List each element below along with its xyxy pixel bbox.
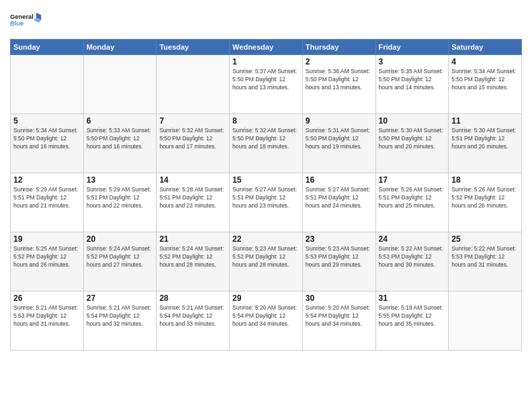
day-info: Sunrise: 5:37 AM Sunset: 5:50 PM Dayligh… — [232, 68, 300, 92]
day-info: Sunrise: 5:25 AM Sunset: 5:52 PM Dayligh… — [13, 245, 81, 269]
day-cell — [83, 55, 157, 114]
week-row-4: 19Sunrise: 5:25 AM Sunset: 5:52 PM Dayli… — [11, 232, 522, 291]
day-cell: 29Sunrise: 5:20 AM Sunset: 5:54 PM Dayli… — [230, 291, 303, 351]
day-info: Sunrise: 5:34 AM Sunset: 5:50 PM Dayligh… — [13, 127, 81, 151]
day-cell: 25Sunrise: 5:22 AM Sunset: 5:53 PM Dayli… — [449, 232, 522, 291]
day-info: Sunrise: 5:27 AM Sunset: 5:51 PM Dayligh… — [232, 186, 300, 210]
day-cell: 14Sunrise: 5:28 AM Sunset: 5:51 PM Dayli… — [157, 173, 230, 232]
week-row-2: 5Sunrise: 5:34 AM Sunset: 5:50 PM Daylig… — [11, 114, 522, 173]
day-info: Sunrise: 5:31 AM Sunset: 5:50 PM Dayligh… — [306, 127, 373, 151]
day-info: Sunrise: 5:34 AM Sunset: 5:50 PM Dayligh… — [451, 68, 519, 92]
day-number: 13 — [87, 175, 154, 185]
day-info: Sunrise: 5:30 AM Sunset: 5:51 PM Dayligh… — [451, 127, 519, 151]
day-cell: 12Sunrise: 5:29 AM Sunset: 5:51 PM Dayli… — [11, 173, 84, 232]
day-number: 9 — [306, 116, 373, 126]
day-cell — [11, 55, 84, 114]
day-info: Sunrise: 5:24 AM Sunset: 5:52 PM Dayligh… — [87, 245, 154, 269]
day-number: 2 — [306, 57, 373, 66]
header: General Blue — [10, 7, 522, 34]
weekday-wednesday: Wednesday — [230, 40, 303, 55]
day-cell: 24Sunrise: 5:22 AM Sunset: 5:53 PM Dayli… — [375, 232, 449, 291]
calendar-page: General Blue SundayMondayTuesdayWednesda… — [0, 0, 532, 411]
day-info: Sunrise: 5:23 AM Sunset: 5:53 PM Dayligh… — [306, 245, 373, 269]
day-number: 14 — [159, 175, 226, 185]
day-number: 5 — [13, 116, 81, 126]
day-info: Sunrise: 5:26 AM Sunset: 5:51 PM Dayligh… — [379, 186, 446, 210]
day-info: Sunrise: 5:29 AM Sunset: 5:51 PM Dayligh… — [13, 186, 81, 210]
day-number: 6 — [87, 116, 154, 126]
day-info: Sunrise: 5:26 AM Sunset: 5:52 PM Dayligh… — [451, 186, 519, 210]
weekday-sunday: Sunday — [11, 40, 84, 55]
day-cell: 30Sunrise: 5:20 AM Sunset: 5:54 PM Dayli… — [302, 291, 375, 351]
day-info: Sunrise: 5:21 AM Sunset: 5:54 PM Dayligh… — [159, 304, 226, 328]
day-info: Sunrise: 5:35 AM Sunset: 5:50 PM Dayligh… — [379, 68, 446, 92]
day-number: 26 — [13, 293, 81, 303]
day-cell: 17Sunrise: 5:26 AM Sunset: 5:51 PM Dayli… — [375, 173, 449, 232]
day-cell — [157, 55, 230, 114]
weekday-header-row: SundayMondayTuesdayWednesdayThursdayFrid… — [11, 40, 522, 55]
day-number: 4 — [451, 57, 519, 66]
day-cell: 1Sunrise: 5:37 AM Sunset: 5:50 PM Daylig… — [230, 55, 303, 114]
day-cell: 13Sunrise: 5:29 AM Sunset: 5:51 PM Dayli… — [83, 173, 157, 232]
day-cell: 2Sunrise: 5:36 AM Sunset: 5:50 PM Daylig… — [302, 55, 375, 114]
weekday-saturday: Saturday — [449, 40, 522, 55]
day-number: 28 — [159, 293, 226, 303]
svg-text:General: General — [10, 13, 34, 20]
day-cell: 27Sunrise: 5:21 AM Sunset: 5:54 PM Dayli… — [83, 291, 157, 351]
day-cell: 3Sunrise: 5:35 AM Sunset: 5:50 PM Daylig… — [375, 55, 449, 114]
day-number: 31 — [379, 293, 446, 303]
day-number: 29 — [232, 293, 300, 303]
day-number: 11 — [451, 116, 519, 126]
day-cell: 15Sunrise: 5:27 AM Sunset: 5:51 PM Dayli… — [230, 173, 303, 232]
day-number: 16 — [306, 175, 373, 185]
weekday-tuesday: Tuesday — [157, 40, 230, 55]
day-number: 20 — [87, 234, 154, 244]
day-info: Sunrise: 5:28 AM Sunset: 5:51 PM Dayligh… — [159, 186, 226, 210]
day-number: 21 — [159, 234, 226, 244]
day-cell: 7Sunrise: 5:32 AM Sunset: 5:50 PM Daylig… — [157, 114, 230, 173]
day-cell: 16Sunrise: 5:27 AM Sunset: 5:51 PM Dayli… — [302, 173, 375, 232]
weekday-monday: Monday — [83, 40, 157, 55]
day-cell: 11Sunrise: 5:30 AM Sunset: 5:51 PM Dayli… — [449, 114, 522, 173]
day-cell: 20Sunrise: 5:24 AM Sunset: 5:52 PM Dayli… — [83, 232, 157, 291]
week-row-3: 12Sunrise: 5:29 AM Sunset: 5:51 PM Dayli… — [11, 173, 522, 232]
weekday-thursday: Thursday — [302, 40, 375, 55]
svg-text:Blue: Blue — [10, 20, 24, 27]
day-info: Sunrise: 5:21 AM Sunset: 5:54 PM Dayligh… — [87, 304, 154, 328]
day-number: 18 — [451, 175, 519, 185]
day-cell: 26Sunrise: 5:21 AM Sunset: 5:53 PM Dayli… — [11, 291, 84, 351]
day-info: Sunrise: 5:22 AM Sunset: 5:53 PM Dayligh… — [451, 245, 519, 269]
day-number: 15 — [232, 175, 300, 185]
day-info: Sunrise: 5:32 AM Sunset: 5:50 PM Dayligh… — [159, 127, 226, 151]
day-cell: 8Sunrise: 5:32 AM Sunset: 5:50 PM Daylig… — [230, 114, 303, 173]
day-cell: 4Sunrise: 5:34 AM Sunset: 5:50 PM Daylig… — [449, 55, 522, 114]
calendar-table: SundayMondayTuesdayWednesdayThursdayFrid… — [10, 39, 522, 351]
day-info: Sunrise: 5:24 AM Sunset: 5:52 PM Dayligh… — [159, 245, 226, 269]
day-cell: 18Sunrise: 5:26 AM Sunset: 5:52 PM Dayli… — [449, 173, 522, 232]
day-info: Sunrise: 5:27 AM Sunset: 5:51 PM Dayligh… — [306, 186, 373, 210]
day-number: 12 — [13, 175, 81, 185]
day-cell: 28Sunrise: 5:21 AM Sunset: 5:54 PM Dayli… — [157, 291, 230, 351]
day-number: 3 — [379, 57, 446, 66]
day-cell — [449, 291, 522, 351]
logo: General Blue — [10, 7, 44, 34]
weekday-friday: Friday — [375, 40, 449, 55]
day-info: Sunrise: 5:36 AM Sunset: 5:50 PM Dayligh… — [306, 68, 373, 92]
day-number: 7 — [159, 116, 226, 126]
day-number: 27 — [87, 293, 154, 303]
logo-svg: General Blue — [10, 7, 44, 34]
day-cell: 23Sunrise: 5:23 AM Sunset: 5:53 PM Dayli… — [302, 232, 375, 291]
day-number: 22 — [232, 234, 300, 244]
day-cell: 31Sunrise: 5:19 AM Sunset: 5:55 PM Dayli… — [375, 291, 449, 351]
day-number: 19 — [13, 234, 81, 244]
day-info: Sunrise: 5:32 AM Sunset: 5:50 PM Dayligh… — [232, 127, 300, 151]
week-row-1: 1Sunrise: 5:37 AM Sunset: 5:50 PM Daylig… — [11, 55, 522, 114]
week-row-5: 26Sunrise: 5:21 AM Sunset: 5:53 PM Dayli… — [11, 291, 522, 351]
day-info: Sunrise: 5:30 AM Sunset: 5:50 PM Dayligh… — [379, 127, 446, 151]
day-number: 1 — [232, 57, 300, 66]
day-info: Sunrise: 5:23 AM Sunset: 5:52 PM Dayligh… — [232, 245, 300, 269]
day-number: 10 — [379, 116, 446, 126]
day-cell: 22Sunrise: 5:23 AM Sunset: 5:52 PM Dayli… — [230, 232, 303, 291]
day-info: Sunrise: 5:29 AM Sunset: 5:51 PM Dayligh… — [87, 186, 154, 210]
day-cell: 10Sunrise: 5:30 AM Sunset: 5:50 PM Dayli… — [375, 114, 449, 173]
